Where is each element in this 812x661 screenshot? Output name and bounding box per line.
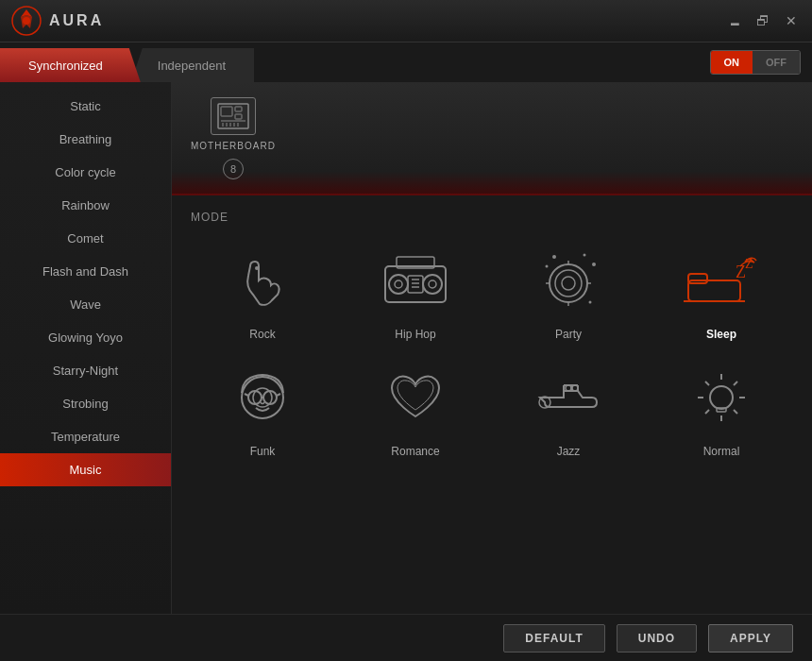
mode-romance-label: Romance xyxy=(391,445,439,458)
sidebar-item-rainbow[interactable]: Rainbow xyxy=(0,189,171,222)
mode-item-rock[interactable]: Rock xyxy=(191,243,334,341)
mode-item-romance[interactable]: Romance xyxy=(344,360,487,458)
party-icon xyxy=(526,243,611,318)
svg-rect-6 xyxy=(235,107,242,111)
tab-synchronized[interactable]: Synchronized xyxy=(0,48,141,82)
mode-funk-label: Funk xyxy=(250,445,276,458)
window-controls: 🗕 🗗 ✕ xyxy=(725,11,801,30)
normal-icon xyxy=(679,360,764,435)
mode-hiphop-label: Hip Hop xyxy=(395,328,435,341)
toggle-area: ON OFF xyxy=(710,42,813,82)
sidebar-item-comet[interactable]: Comet xyxy=(0,222,171,255)
svg-point-14 xyxy=(255,266,259,270)
sidebar-item-temperature[interactable]: Temperature xyxy=(0,420,171,453)
title-bar: AURA 🗕 🗗 ✕ xyxy=(0,0,812,42)
hip-hop-icon xyxy=(373,243,458,318)
device-motherboard[interactable]: MOTHERBOARD 8 xyxy=(191,97,276,179)
svg-line-66 xyxy=(705,410,709,414)
svg-rect-20 xyxy=(408,276,423,293)
funk-icon xyxy=(220,360,305,435)
motherboard-icon xyxy=(216,102,250,130)
svg-point-18 xyxy=(423,275,442,294)
svg-point-37 xyxy=(546,265,549,268)
svg-rect-7 xyxy=(235,114,242,119)
mode-item-normal[interactable]: Normal xyxy=(650,360,793,458)
mode-jazz-label: Jazz xyxy=(557,445,581,458)
mode-sleep-label: Sleep xyxy=(706,328,736,341)
on-off-toggle[interactable]: ON OFF xyxy=(710,50,802,75)
svg-point-38 xyxy=(589,301,592,304)
svg-point-36 xyxy=(592,263,596,266)
device-area: MOTHERBOARD 8 xyxy=(172,82,812,195)
minimize-button[interactable]: 🗕 xyxy=(725,11,744,30)
svg-point-17 xyxy=(395,280,402,288)
svg-point-16 xyxy=(389,275,408,294)
svg-point-29 xyxy=(562,277,575,290)
mode-section: MODE Rock xyxy=(172,195,812,614)
svg-point-58 xyxy=(710,386,733,409)
right-panel: MOTHERBOARD 8 MODE Rock xyxy=(172,82,812,614)
undo-button[interactable]: UNDO xyxy=(617,624,697,653)
svg-point-35 xyxy=(584,254,586,257)
jazz-icon xyxy=(526,360,611,435)
app-logo: AURA xyxy=(11,6,104,36)
toggle-on[interactable]: ON xyxy=(711,51,753,74)
sidebar-item-strobing[interactable]: Strobing xyxy=(0,387,171,420)
sidebar-item-breathing[interactable]: Breathing xyxy=(0,123,171,156)
sidebar-item-static[interactable]: Static xyxy=(0,90,171,123)
sidebar-item-glowing-yoyo[interactable]: Glowing Yoyo xyxy=(0,321,171,354)
sidebar-item-starry-night[interactable]: Starry-Night xyxy=(0,354,171,387)
svg-line-65 xyxy=(734,381,737,385)
rock-icon xyxy=(220,243,305,318)
tab-independent[interactable]: Independent xyxy=(131,48,254,82)
sleep-icon: Z Z xyxy=(679,243,764,318)
romance-icon xyxy=(373,360,458,435)
svg-line-50 xyxy=(277,394,280,396)
default-button[interactable]: DEFAULT xyxy=(503,624,604,653)
svg-point-19 xyxy=(429,280,436,288)
mode-rock-label: Rock xyxy=(249,328,275,341)
mode-party-label: Party xyxy=(555,328,582,341)
svg-point-28 xyxy=(555,270,582,297)
mode-grid: Rock xyxy=(191,243,793,458)
svg-line-64 xyxy=(734,410,737,414)
restore-button[interactable]: 🗗 xyxy=(753,11,772,30)
svg-text:Z: Z xyxy=(745,257,753,271)
toggle-off[interactable]: OFF xyxy=(753,51,800,74)
mode-item-jazz[interactable]: Jazz xyxy=(497,360,640,458)
mode-normal-label: Normal xyxy=(703,445,740,458)
sidebar-item-wave[interactable]: Wave xyxy=(0,288,171,321)
svg-rect-40 xyxy=(688,274,707,283)
rog-logo-icon xyxy=(11,6,42,36)
svg-line-49 xyxy=(245,394,248,396)
tab-bar: Synchronized Independent ON OFF xyxy=(0,42,812,82)
device-icon xyxy=(211,97,256,135)
mode-item-party[interactable]: Party xyxy=(497,243,640,341)
app-title: AURA xyxy=(49,12,104,29)
mode-item-hip-hop[interactable]: Hip Hop xyxy=(344,243,487,341)
apply-button[interactable]: APPLY xyxy=(708,624,793,653)
sidebar-item-color-cycle[interactable]: Color cycle xyxy=(0,156,171,189)
mode-item-funk[interactable]: Funk xyxy=(191,360,334,458)
main-content: Static Breathing Color cycle Rainbow Com… xyxy=(0,82,812,614)
sidebar: Static Breathing Color cycle Rainbow Com… xyxy=(0,82,172,614)
device-label: MOTHERBOARD xyxy=(191,141,276,151)
device-number: 8 xyxy=(223,159,244,179)
mode-title: MODE xyxy=(191,211,793,224)
svg-line-63 xyxy=(705,381,709,385)
bottom-bar: DEFAULT UNDO APPLY xyxy=(0,614,812,661)
close-button[interactable]: ✕ xyxy=(782,11,801,30)
svg-point-3 xyxy=(23,17,30,25)
mode-item-sleep[interactable]: Z Z Sleep xyxy=(650,243,793,341)
sidebar-item-music[interactable]: Music xyxy=(0,453,171,486)
sidebar-item-flash-and-dash[interactable]: Flash and Dash xyxy=(0,255,171,288)
svg-rect-5 xyxy=(221,107,232,116)
svg-point-34 xyxy=(552,255,556,259)
